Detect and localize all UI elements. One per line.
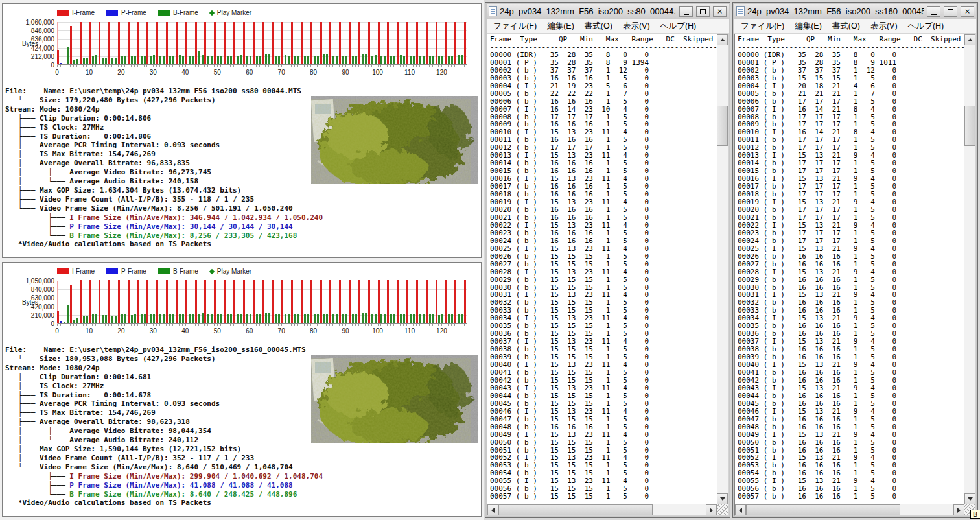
legend-label: P-Frame xyxy=(121,9,146,16)
y-tick-label: 0 xyxy=(51,62,54,69)
frame-bar-I xyxy=(176,22,178,64)
frame-bar-P xyxy=(60,63,62,64)
frame-bar-I xyxy=(291,22,293,64)
horizontal-scroll-thumb[interactable] xyxy=(498,504,653,515)
resize-grip[interactable] xyxy=(717,504,728,515)
frame-bar-b xyxy=(105,315,107,323)
frame-bar-b xyxy=(256,314,258,323)
menu-item-file[interactable]: ファイル(F) xyxy=(736,19,789,33)
menu-item-view[interactable]: 表示(V) xyxy=(865,19,903,33)
window-title: 24p_pv034_132mm_F56_iso200_ss160_00045..… xyxy=(747,6,924,16)
menu-item-file[interactable]: ファイル(F) xyxy=(488,19,542,33)
frame-row: 00045 ( b ) 15 15 15 1 5 0 xyxy=(490,400,717,408)
x-axis-labels: 0102030405060708090100110120 xyxy=(57,69,472,77)
y-tick-label: 212,000 xyxy=(31,53,54,60)
frame-bar-b xyxy=(172,314,174,323)
frame-bar-b xyxy=(400,55,402,64)
scroll-left-button[interactable] xyxy=(487,504,498,515)
vertical-scroll-thumb[interactable] xyxy=(717,106,728,146)
scroll-up-button[interactable] xyxy=(964,34,975,45)
frame-bar-I xyxy=(406,280,408,323)
title-bar[interactable]: 24p_pv034_132mm_F56_iso200_ss80_00044.l.… xyxy=(487,4,729,19)
frame-bar-b xyxy=(314,314,316,324)
frame-bar-b xyxy=(86,316,88,323)
frame-bar-I xyxy=(118,280,120,323)
frame-bar-b xyxy=(192,56,194,64)
frame-bar-b xyxy=(105,58,107,64)
frame-bar-b xyxy=(441,314,443,323)
frame-bar-b xyxy=(237,314,239,323)
frame-bar-I xyxy=(281,280,283,323)
frame-bar-I xyxy=(368,280,370,323)
scroll-right-button[interactable] xyxy=(706,504,717,515)
frame-bar-I xyxy=(89,22,91,64)
frame-row: 00006 ( b ) 16 16 16 1 5 0 xyxy=(490,98,717,106)
scroll-up-button[interactable] xyxy=(717,34,728,45)
x-tick-label: 80 xyxy=(305,69,322,76)
close-button[interactable]: × xyxy=(961,6,974,17)
minimize-button[interactable] xyxy=(679,6,693,17)
close-button[interactable]: × xyxy=(713,6,727,17)
maximize-button[interactable] xyxy=(944,6,957,17)
frame-row: 00046 ( I ) 15 13 21 9 4 0 xyxy=(738,408,964,416)
frame-bar-I xyxy=(146,280,148,323)
info-line: ├─── P Frame Size (Min/Ave/Max): 30,144 … xyxy=(5,222,478,231)
horizontal-scroll-thumb[interactable] xyxy=(746,504,900,515)
document-text[interactable]: Frame--Type QP---Min---Max---Range---DC … xyxy=(487,34,717,504)
frame-row: 00044 ( b ) 15 15 15 1 5 0 xyxy=(490,392,717,400)
frame-bar-b xyxy=(67,305,69,323)
menu-item-help[interactable]: ヘルプ(H) xyxy=(903,19,950,33)
frame-bar-b xyxy=(410,314,412,323)
x-tick-label: 60 xyxy=(241,69,258,76)
menu-item-format[interactable]: 書式(O) xyxy=(827,19,865,33)
x-tick-label: 20 xyxy=(113,327,130,335)
horizontal-scrollbar[interactable] xyxy=(487,504,717,515)
frame-bar-b xyxy=(259,314,261,323)
frame-row: 00003 ( b ) 15 15 15 1 5 0 xyxy=(738,75,964,82)
frame-bar-b xyxy=(121,314,123,323)
scroll-right-button[interactable] xyxy=(953,504,964,515)
frame-bar-b xyxy=(336,56,338,64)
frame-bar-I xyxy=(301,280,303,323)
frame-bar-b xyxy=(342,314,344,323)
scroll-down-button[interactable] xyxy=(717,493,728,504)
frame-row: 00028 ( I ) 15 13 21 9 4 0 xyxy=(738,268,964,276)
vertical-scroll-thumb[interactable] xyxy=(964,106,975,146)
document-text[interactable]: Frame--Type QP---Min---Max---Range---DC … xyxy=(735,34,964,504)
vertical-scrollbar[interactable] xyxy=(717,34,728,504)
horizontal-scrollbar[interactable] xyxy=(735,504,964,515)
frame-bar-I xyxy=(454,280,456,323)
menu-item-format[interactable]: 書式(O) xyxy=(579,19,618,33)
frame-bar-b xyxy=(92,314,94,323)
menu-item-help[interactable]: ヘルプ(H) xyxy=(655,19,702,33)
frame-row: 00029 ( b ) 16 16 16 1 5 0 xyxy=(738,276,964,284)
frame-bar-I xyxy=(301,22,303,64)
scroll-down-button[interactable] xyxy=(964,493,975,504)
frame-bar-b xyxy=(438,56,440,64)
menu-item-edit[interactable]: 編集(E) xyxy=(542,19,579,33)
maximize-button[interactable] xyxy=(696,6,710,17)
frame-bar-b xyxy=(362,313,364,323)
frame-bar-b xyxy=(115,316,117,323)
frame-bar-b xyxy=(124,56,126,64)
frame-bar-I xyxy=(349,280,351,323)
frame-bar-b xyxy=(314,56,316,64)
minimize-button[interactable] xyxy=(927,6,940,17)
analysis-panel-1: I-FrameP-FrameB-FramePlay Marker Bytes 1… xyxy=(2,3,482,258)
frame-row: 00028 ( I ) 15 13 23 11 4 0 xyxy=(490,268,717,276)
vertical-scrollbar[interactable] xyxy=(964,34,975,504)
scroll-left-button[interactable] xyxy=(735,504,746,515)
title-bar[interactable]: 24p_pv034_132mm_F56_iso200_ss160_00045..… xyxy=(734,4,976,19)
frame-bar-b xyxy=(390,56,392,64)
menu-item-view[interactable]: 表示(V) xyxy=(618,19,655,33)
frame-bar-I xyxy=(204,280,206,323)
p-frame-swatch xyxy=(106,10,118,16)
frame-bar-b xyxy=(278,56,280,64)
frame-bar-I xyxy=(166,280,168,323)
frame-bar-b xyxy=(73,320,75,323)
frame-bar-I xyxy=(70,285,72,323)
y-axis-labels: 1,050,000840,000630,000420,000210,0000 xyxy=(3,281,54,324)
menu-item-edit[interactable]: 編集(E) xyxy=(789,19,827,33)
frame-bar-b xyxy=(393,56,395,64)
frame-bar-b xyxy=(298,314,299,323)
